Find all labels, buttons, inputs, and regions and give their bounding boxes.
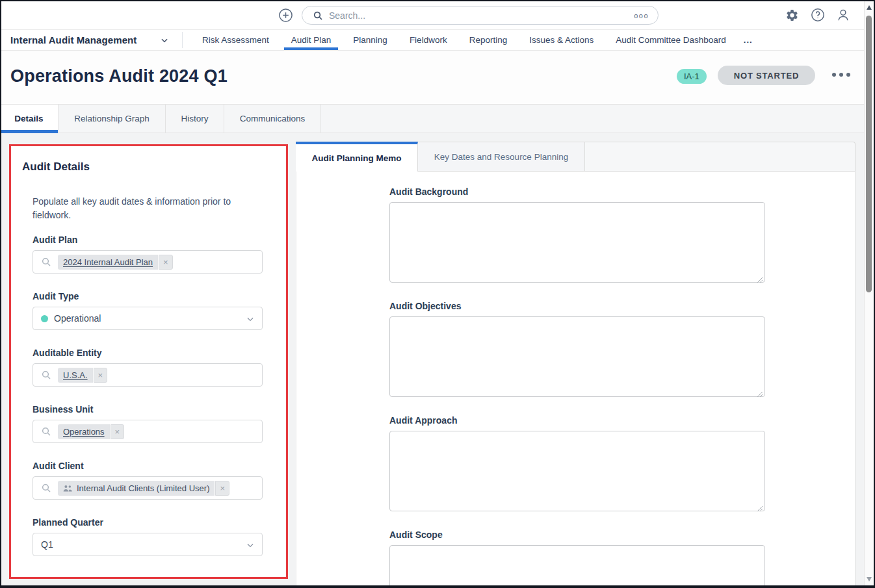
app-name: Internal Audit Management: [10, 34, 137, 45]
nav-item-audit-plan[interactable]: Audit Plan: [284, 30, 339, 50]
chip-remove-icon[interactable]: ×: [215, 481, 229, 496]
field-label: Audit Approach: [389, 415, 855, 426]
planned-quarter-select[interactable]: Q1: [33, 533, 263, 556]
search-input[interactable]: [329, 10, 634, 21]
field-audit-scope: Audit Scope: [389, 530, 855, 588]
field-audit-client: Audit Client Internal Audit Clients (Lim…: [33, 461, 275, 500]
nav-items: Risk Assessment Audit Plan Planning Fiel…: [183, 30, 865, 50]
search-icon: [41, 426, 51, 437]
scroll-up-icon[interactable]: [867, 5, 872, 10]
plus-circle-icon: [278, 8, 293, 23]
memo-tabs: Audit Planning Memo Key Dates and Resour…: [296, 142, 855, 172]
select-value: Q1: [41, 539, 53, 550]
nav-item-fieldwork[interactable]: Fieldwork: [402, 30, 454, 50]
gear-icon: [785, 8, 799, 22]
nav-item-issues-actions[interactable]: Issues & Actions: [522, 30, 601, 50]
selected-chip: 2024 Internal Audit Plan ×: [58, 255, 173, 270]
search-options-icon[interactable]: ooo: [634, 12, 649, 19]
tab-relationship-graph[interactable]: Relationship Graph: [59, 105, 166, 133]
nav-more-button[interactable]: ...: [737, 30, 759, 50]
audit-objectives-textarea[interactable]: [389, 316, 765, 397]
field-label: Audit Scope: [389, 530, 855, 540]
help-icon: [811, 8, 825, 22]
tab-history[interactable]: History: [166, 105, 224, 133]
field-audit-approach: Audit Approach: [389, 415, 855, 511]
chip-link[interactable]: U.S.A.: [58, 368, 93, 383]
tab-key-dates-resource-planning[interactable]: Key Dates and Resource Planning: [418, 142, 585, 171]
annotation-highlight: Audit Details Populate all key audit dat…: [9, 144, 288, 579]
vertical-scrollbar[interactable]: [864, 1, 874, 585]
field-audit-type: Audit Type Operational: [33, 291, 275, 330]
audit-details-panel: Audit Details Populate all key audit dat…: [11, 146, 286, 556]
page-header: Operations Audit 2024 Q1 IA-1 NOT STARTE…: [0, 51, 875, 104]
record-id-badge: IA-1: [677, 69, 707, 84]
resize-handle[interactable]: [757, 503, 763, 509]
chip-remove-icon[interactable]: ×: [94, 368, 108, 383]
selected-chip: U.S.A. ×: [58, 368, 107, 383]
page-title: Operations Audit 2024 Q1: [10, 66, 228, 86]
field-business-unit: Business Unit Operations ×: [33, 404, 275, 443]
nav-item-planning[interactable]: Planning: [346, 30, 395, 50]
profile-button[interactable]: [835, 7, 851, 23]
nav-item-risk-assessment[interactable]: Risk Assessment: [195, 30, 276, 50]
business-unit-lookup[interactable]: Operations ×: [33, 420, 263, 443]
top-bar: ooo: [0, 0, 875, 30]
global-search: ooo: [302, 6, 659, 25]
selected-chip: Operations ×: [58, 424, 124, 439]
content-area: Audit Details Populate all key audit dat…: [0, 133, 875, 588]
create-button[interactable]: [278, 7, 293, 23]
tab-audit-planning-memo[interactable]: Audit Planning Memo: [296, 142, 418, 172]
audit-type-select[interactable]: Operational: [33, 307, 263, 330]
chip-link[interactable]: Operations: [58, 424, 110, 439]
audit-plan-lookup[interactable]: 2024 Internal Audit Plan ×: [33, 250, 263, 274]
app-window: ooo Internal Audit Management R: [0, 0, 875, 588]
chip-link[interactable]: 2024 Internal Audit Plan: [58, 255, 158, 270]
chevron-down-icon: [160, 36, 169, 45]
chevron-down-icon: [246, 314, 255, 324]
nav-item-reporting[interactable]: Reporting: [462, 30, 515, 50]
nav-item-audit-committee-dashboard[interactable]: Audit Committee Dashboard: [608, 30, 733, 50]
selected-chip: Internal Audit Clients (Limited User) ×: [58, 481, 229, 496]
nav-bar: Internal Audit Management Risk Assessmen…: [0, 30, 875, 51]
help-button[interactable]: [810, 7, 826, 23]
audit-scope-textarea[interactable]: [389, 545, 765, 588]
settings-button[interactable]: [784, 7, 800, 23]
search-icon: [41, 370, 51, 380]
field-label: Audit Client: [33, 461, 275, 471]
type-color-dot: [41, 315, 48, 322]
record-tabs: Details Relationship Graph History Commu…: [0, 104, 875, 133]
field-label: Audit Background: [389, 186, 855, 197]
field-label: Audit Plan: [33, 235, 275, 245]
panel-title: Audit Details: [22, 160, 275, 173]
field-audit-objectives: Audit Objectives: [389, 301, 855, 397]
chip-remove-icon[interactable]: ×: [159, 255, 173, 270]
resize-handle[interactable]: [757, 274, 763, 281]
chip-remove-icon[interactable]: ×: [111, 424, 125, 439]
nav-divider: [182, 32, 183, 48]
tab-details[interactable]: Details: [0, 105, 59, 133]
auditable-entity-lookup[interactable]: U.S.A. ×: [33, 363, 263, 387]
more-actions-icon[interactable]: [832, 73, 850, 77]
field-label: Auditable Entity: [33, 348, 275, 358]
audit-background-textarea[interactable]: [389, 202, 765, 283]
tab-communications[interactable]: Communications: [224, 105, 321, 133]
audit-approach-textarea[interactable]: [389, 431, 765, 511]
field-label: Audit Type: [33, 291, 275, 301]
users-icon: [63, 484, 73, 492]
field-audit-plan: Audit Plan 2024 Internal Audit Plan ×: [33, 235, 275, 274]
audit-client-lookup[interactable]: Internal Audit Clients (Limited User) ×: [33, 476, 263, 500]
search-icon: [41, 483, 51, 493]
scroll-down-icon[interactable]: [867, 577, 872, 582]
field-audit-background: Audit Background: [389, 186, 855, 283]
select-value: Operational: [54, 313, 101, 324]
app-switcher[interactable]: Internal Audit Management: [10, 30, 169, 50]
memo-panel: Audit Background Audit Objectives: [296, 172, 855, 588]
user-icon: [836, 8, 850, 22]
field-label: Audit Objectives: [389, 301, 855, 311]
field-auditable-entity: Auditable Entity U.S.A. ×: [33, 348, 275, 387]
scrollbar-thumb[interactable]: [866, 16, 872, 292]
field-planned-quarter: Planned Quarter Q1: [33, 517, 275, 556]
chevron-down-icon: [246, 541, 255, 550]
status-badge[interactable]: NOT STARTED: [718, 66, 815, 85]
resize-handle[interactable]: [757, 389, 763, 395]
